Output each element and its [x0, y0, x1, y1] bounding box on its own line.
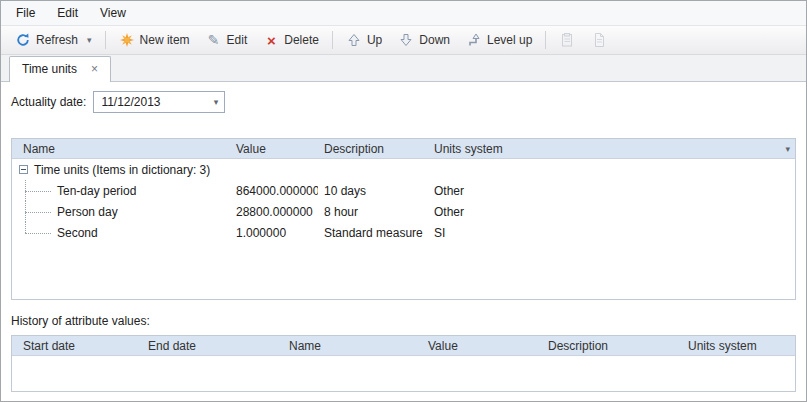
clipboard-icon — [559, 32, 575, 48]
new-item-button[interactable]: New item — [111, 28, 198, 52]
history-grid-body — [12, 356, 795, 391]
cell-description: 8 hour — [318, 201, 428, 222]
delete-x-icon: × — [263, 32, 279, 48]
combo-dropdown-icon[interactable]: ▾ — [214, 97, 219, 107]
cell-units-system: Other — [428, 180, 795, 201]
content-pane: Actuality date: 11/12/2013 ▾ Name Value … — [1, 91, 806, 402]
column-header-start-date[interactable]: Start date — [12, 339, 142, 353]
column-header-description[interactable]: Description — [318, 142, 428, 156]
toolbar-separator — [105, 31, 106, 49]
level-up-icon — [466, 32, 482, 48]
arrow-down-icon — [398, 32, 414, 48]
up-label: Up — [367, 33, 382, 47]
column-header-description[interactable]: Description — [542, 339, 682, 353]
column-chooser-icon[interactable]: ▾ — [785, 144, 790, 154]
menubar: File Edit View — [1, 1, 806, 25]
down-button[interactable]: Down — [390, 28, 458, 52]
tab-close-icon[interactable]: × — [89, 62, 100, 76]
toolbar: Refresh ▾ New item ✎ Edit × Delete — [1, 25, 806, 55]
tree-connector — [25, 191, 51, 192]
document-disabled-button — [583, 28, 615, 52]
actuality-date-label: Actuality date: — [11, 95, 86, 109]
delete-button[interactable]: × Delete — [255, 28, 327, 52]
grid-header: Name Value Description Units system ▾ — [12, 139, 795, 159]
group-row[interactable]: Time units (Items in dictionary: 3) — [12, 159, 795, 180]
new-item-label: New item — [140, 33, 190, 47]
cell-value: 864000.000000 — [230, 180, 318, 201]
actuality-date-row: Actuality date: 11/12/2013 ▾ — [11, 91, 796, 113]
column-header-name[interactable]: Name — [12, 142, 230, 156]
level-up-label: Level up — [487, 33, 532, 47]
document-icon — [591, 32, 607, 48]
actuality-date-combo[interactable]: 11/12/2013 ▾ — [93, 91, 225, 113]
column-header-units-system[interactable]: Units system — [428, 142, 795, 156]
cell-name: Ten-day period — [57, 184, 136, 198]
menu-file[interactable]: File — [5, 2, 46, 24]
column-header-end-date[interactable]: End date — [142, 339, 283, 353]
table-row[interactable]: Person day 28800.000000 8 hour Other — [12, 201, 795, 222]
group-row-label: Time units (Items in dictionary: 3) — [34, 163, 210, 177]
pencil-icon: ✎ — [206, 32, 222, 48]
level-up-button[interactable]: Level up — [458, 28, 540, 52]
cell-name: Person day — [57, 205, 118, 219]
tree-connector — [25, 212, 51, 213]
app-window: File Edit View Refresh ▾ New item — [0, 0, 807, 402]
edit-label: Edit — [227, 33, 248, 47]
delete-label: Delete — [284, 33, 319, 47]
refresh-icon — [15, 32, 31, 48]
refresh-button[interactable]: Refresh ▾ — [7, 28, 100, 52]
down-label: Down — [419, 33, 450, 47]
refresh-dropdown-icon[interactable]: ▾ — [87, 35, 92, 45]
history-grid-header: Start date End date Name Value Descripti… — [12, 336, 795, 356]
cell-description: Standard measure — [318, 222, 428, 243]
cell-value: 1.000000 — [230, 222, 318, 243]
cell-value: 28800.000000 — [230, 201, 318, 222]
menu-edit[interactable]: Edit — [46, 2, 89, 24]
tree-connector — [25, 222, 26, 233]
grid-body: Time units (Items in dictionary: 3) Ten-… — [12, 159, 795, 299]
clipboard-disabled-button — [551, 28, 583, 52]
table-row[interactable]: Second 1.000000 Standard measure SI — [12, 222, 795, 243]
actuality-date-value: 11/12/2013 — [101, 95, 160, 109]
column-header-units-system[interactable]: Units system — [682, 339, 795, 353]
table-row[interactable]: Ten-day period 864000.000000 10 days Oth… — [12, 180, 795, 201]
refresh-label: Refresh — [36, 33, 78, 47]
tab-time-units[interactable]: Time units × — [9, 56, 111, 82]
column-header-name[interactable]: Name — [283, 339, 422, 353]
cell-units-system: SI — [428, 222, 795, 243]
column-header-value[interactable]: Value — [422, 339, 542, 353]
cell-units-system: Other — [428, 201, 795, 222]
new-item-star-icon — [119, 32, 135, 48]
toolbar-separator — [332, 31, 333, 49]
column-header-value[interactable]: Value — [230, 142, 318, 156]
toolbar-separator — [545, 31, 546, 49]
arrow-up-icon — [346, 32, 362, 48]
time-units-grid: Name Value Description Units system ▾ Ti… — [11, 138, 796, 300]
history-grid: Start date End date Name Value Descripti… — [11, 335, 796, 392]
cell-description: 10 days — [318, 180, 428, 201]
menu-view[interactable]: View — [89, 2, 137, 24]
tree-connector — [25, 233, 51, 234]
tabstrip: Time units × — [1, 55, 806, 82]
up-button[interactable]: Up — [338, 28, 390, 52]
cell-name: Second — [57, 226, 98, 240]
history-label: History of attribute values: — [11, 314, 796, 330]
edit-button[interactable]: ✎ Edit — [198, 28, 256, 52]
collapse-icon[interactable] — [19, 165, 28, 174]
tab-label: Time units — [22, 62, 77, 76]
